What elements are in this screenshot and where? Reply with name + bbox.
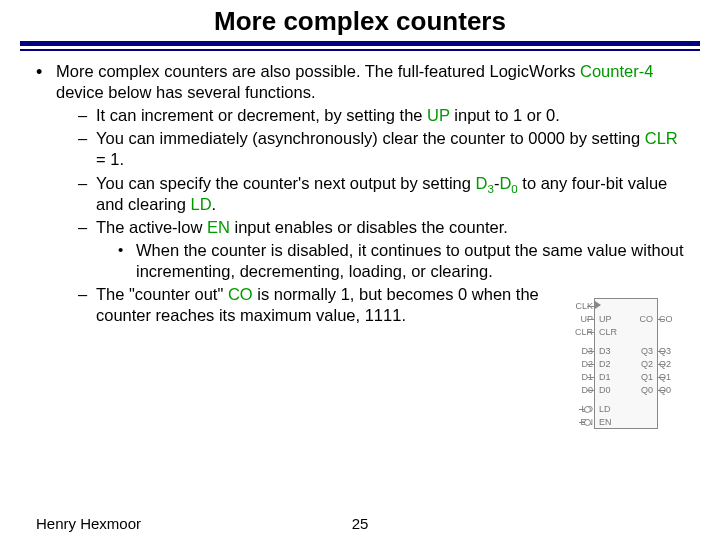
- clock-triangle-icon: [595, 301, 601, 309]
- pin-label: Q1: [657, 372, 681, 382]
- pin-label: CO: [657, 314, 681, 324]
- text: input enables or disables the counter.: [230, 218, 508, 236]
- sub-item: The active-low EN input enables or disab…: [78, 217, 684, 282]
- text: More complex counters are also possible.…: [56, 62, 529, 80]
- en-link: EN: [207, 218, 230, 236]
- text: You can immediately (asynchronously) cle…: [96, 129, 645, 147]
- sub-item: You can specify the counter's next outpu…: [78, 173, 684, 215]
- d0-link: D0: [499, 174, 517, 192]
- text: The active-low: [96, 218, 207, 236]
- pin-label: Q2: [657, 359, 681, 369]
- text: device below has several functions.: [56, 83, 316, 101]
- divider-thick: [20, 41, 700, 46]
- sub-item: You can immediately (asynchronously) cle…: [78, 128, 684, 170]
- slide-body: More complex counters are also possible.…: [0, 51, 720, 326]
- text: = 1.: [96, 150, 124, 168]
- co-link: CO: [228, 285, 253, 303]
- footer-page-number: 25: [0, 515, 720, 532]
- clr-link: CLR: [645, 129, 678, 147]
- bullet-main: More complex counters are also possible.…: [36, 61, 684, 326]
- text: The "counter out": [96, 285, 228, 303]
- sub-item: It can increment or decrement, by settin…: [78, 105, 684, 126]
- text: input to 1 or 0.: [450, 106, 560, 124]
- pin-label: Q3: [657, 346, 681, 356]
- ld-link: LD: [190, 195, 211, 213]
- inversion-bubble-icon: [584, 406, 591, 413]
- text: .: [212, 195, 217, 213]
- text: When the counter is disabled, it continu…: [136, 241, 684, 280]
- counter4-link: Counter-4: [580, 62, 653, 80]
- subsub-item: When the counter is disabled, it continu…: [118, 240, 684, 282]
- d3-link: D3: [476, 174, 494, 192]
- text: It can increment or decrement, by settin…: [96, 106, 427, 124]
- counter4-chip-diagram: CLK UP UP CO CO CLR CLR D3: [572, 298, 680, 429]
- text: Works: [529, 62, 580, 80]
- pin-label: Q0: [657, 385, 681, 395]
- slide-title: More complex counters: [0, 6, 720, 37]
- text: You can specify the counter's next outpu…: [96, 174, 476, 192]
- inversion-bubble-icon: [584, 419, 591, 426]
- up-link: UP: [427, 106, 450, 124]
